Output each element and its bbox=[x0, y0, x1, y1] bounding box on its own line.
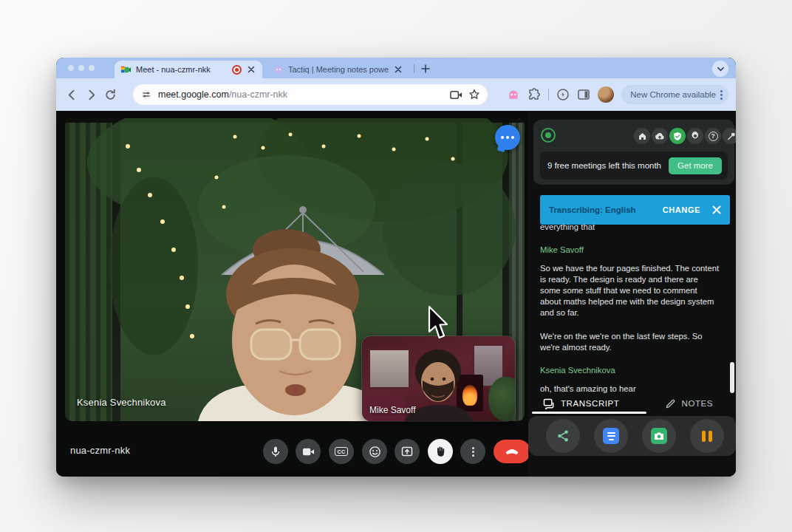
transcript-partial-text: everything that bbox=[540, 222, 720, 233]
chrome-menu-icon[interactable] bbox=[720, 90, 723, 100]
more-options-button[interactable] bbox=[460, 439, 485, 464]
main-participant-name: Ksenia Svechnikova bbox=[77, 397, 166, 408]
help-button[interactable]: ? bbox=[705, 128, 721, 144]
tab-notes[interactable]: NOTES bbox=[665, 394, 713, 413]
url-bar[interactable]: meet.google.com/nua-czmr-nkk bbox=[133, 84, 488, 105]
profile-avatar[interactable] bbox=[598, 86, 614, 103]
help-icon: ? bbox=[709, 132, 718, 141]
extensions-puzzle-icon[interactable] bbox=[528, 88, 541, 101]
site-info-icon[interactable] bbox=[140, 89, 152, 100]
window-close-button[interactable] bbox=[68, 65, 74, 71]
tactiq-action-bar bbox=[528, 416, 736, 456]
meetings-left-card: 9 free meetings left this month Get more bbox=[540, 151, 728, 180]
camera-in-use-icon[interactable] bbox=[450, 89, 462, 100]
settings-gear-button[interactable] bbox=[687, 128, 703, 144]
toolbar-divider bbox=[548, 89, 549, 100]
captions-button[interactable]: CC bbox=[329, 439, 354, 464]
pause-icon bbox=[702, 431, 712, 442]
chat-bubbles-icon bbox=[543, 398, 556, 409]
tab-notes-label: NOTES bbox=[681, 399, 713, 408]
cloud-upload-button[interactable] bbox=[652, 128, 668, 144]
transcribing-banner: Transcribing: English CHANGE bbox=[540, 195, 730, 225]
desktop-background: Meet - nua-czmr-nkk Tactiq | Meeting not… bbox=[0, 0, 792, 532]
pip-participant-name: Mike Savoff bbox=[369, 405, 415, 415]
new-tab-button[interactable] bbox=[420, 63, 431, 75]
transcript-paragraph: oh, that's amazing to hear bbox=[540, 383, 720, 395]
export-to-docs-button[interactable] bbox=[594, 419, 628, 453]
recording-indicator-icon bbox=[232, 65, 242, 75]
screenshot-button[interactable] bbox=[642, 419, 676, 453]
share-button[interactable] bbox=[546, 419, 580, 453]
transcript-speaker: Ksenia Svechnikova bbox=[540, 365, 720, 376]
end-call-button[interactable] bbox=[494, 440, 530, 463]
mic-button[interactable] bbox=[263, 439, 288, 464]
share-icon bbox=[556, 429, 570, 443]
chrome-update-pill[interactable]: New Chrome available bbox=[621, 85, 728, 104]
meet-content: Ksenia Svechnikova Mike Savoff bbox=[56, 111, 736, 477]
camera-button[interactable] bbox=[296, 439, 321, 464]
tactiq-logo-icon bbox=[541, 128, 556, 143]
meeting-code-label: nua-czmr-nkk bbox=[70, 445, 130, 456]
screenshot-camera-icon bbox=[651, 428, 667, 444]
captions-label: CC bbox=[335, 447, 348, 456]
tab-divider bbox=[414, 64, 414, 73]
home-button[interactable] bbox=[634, 128, 650, 144]
bookmark-star-icon[interactable] bbox=[468, 89, 480, 100]
tab-tactiq-title: Tactiq | Meeting notes powe bbox=[288, 65, 389, 74]
tactiq-favicon-icon bbox=[273, 64, 284, 75]
side-panel-icon[interactable] bbox=[577, 88, 590, 101]
battery-saver-icon[interactable] bbox=[556, 88, 570, 101]
window-minimize-button[interactable] bbox=[78, 65, 84, 71]
transcript-speaker: Mike Savoff bbox=[540, 245, 720, 256]
pin-sidebar-button[interactable] bbox=[723, 128, 736, 144]
window-zoom-button[interactable] bbox=[89, 65, 95, 71]
tab-meet[interactable]: Meet - nua-czmr-nkk bbox=[115, 61, 262, 78]
meetings-left-label: 9 free meetings left this month bbox=[540, 160, 663, 171]
forward-button[interactable] bbox=[81, 85, 100, 104]
reload-button[interactable] bbox=[100, 85, 120, 104]
raise-hand-button[interactable] bbox=[428, 439, 453, 464]
google-docs-icon bbox=[603, 428, 619, 444]
pip-video-tile[interactable]: Mike Savoff bbox=[362, 336, 515, 421]
banner-close-icon[interactable] bbox=[712, 205, 721, 214]
tab-transcript-label: TRANSCRIPT bbox=[561, 399, 619, 408]
tab-strip: Meet - nua-czmr-nkk Tactiq | Meeting not… bbox=[56, 58, 736, 78]
tab-meet-title: Meet - nua-czmr-nkk bbox=[136, 65, 228, 74]
present-button[interactable] bbox=[395, 439, 420, 464]
tab-search-button[interactable] bbox=[712, 61, 728, 77]
tab-meet-close-icon[interactable] bbox=[246, 64, 256, 75]
pencil-icon bbox=[665, 398, 676, 409]
browser-window: Meet - nua-czmr-nkk Tactiq | Meeting not… bbox=[56, 58, 736, 477]
transcribing-label: Transcribing: English bbox=[549, 205, 663, 214]
tab-tactiq[interactable]: Tactiq | Meeting notes powe bbox=[267, 61, 409, 78]
transcript-paragraph: So we have the four pages finished. The … bbox=[540, 263, 720, 318]
active-tab-underline bbox=[532, 412, 646, 414]
transcript-feed[interactable]: everything that Mike Savoff So we have t… bbox=[540, 222, 720, 404]
url-text: meet.google.com/nua-czmr-nkk bbox=[158, 89, 444, 100]
extensions-area: New Chrome available bbox=[507, 78, 728, 111]
transcript-paragraph: We're on the we're on the last few steps… bbox=[540, 331, 720, 353]
pause-transcription-button[interactable] bbox=[690, 419, 724, 453]
reactions-button[interactable] bbox=[362, 439, 387, 464]
back-button[interactable] bbox=[62, 85, 81, 104]
chat-indicator-icon[interactable] bbox=[495, 125, 520, 150]
tactiq-header-panel: ? 9 free meetings left this month Get mo… bbox=[533, 120, 734, 185]
transcript-scrollbar[interactable] bbox=[730, 362, 734, 393]
tactiq-sidebar: ? 9 free meetings left this month Get mo… bbox=[528, 111, 736, 477]
url-path: /nua-czmr-nkk bbox=[229, 89, 287, 100]
tactiq-tab-bar: TRANSCRIPT NOTES bbox=[528, 394, 736, 413]
get-more-button[interactable]: Get more bbox=[669, 157, 722, 174]
tactiq-extension-icon[interactable] bbox=[507, 88, 520, 101]
tab-tactiq-close-icon[interactable] bbox=[393, 64, 403, 75]
tab-transcript[interactable]: TRANSCRIPT bbox=[543, 394, 619, 413]
url-domain: meet.google.com bbox=[158, 89, 229, 100]
meet-favicon-icon bbox=[120, 64, 132, 75]
privacy-shield-button[interactable] bbox=[669, 128, 686, 144]
browser-toolbar: meet.google.com/nua-czmr-nkk bbox=[56, 78, 736, 111]
chrome-update-label: New Chrome available bbox=[630, 90, 716, 99]
more-options-icon bbox=[472, 447, 474, 457]
change-language-button[interactable]: CHANGE bbox=[663, 205, 700, 214]
